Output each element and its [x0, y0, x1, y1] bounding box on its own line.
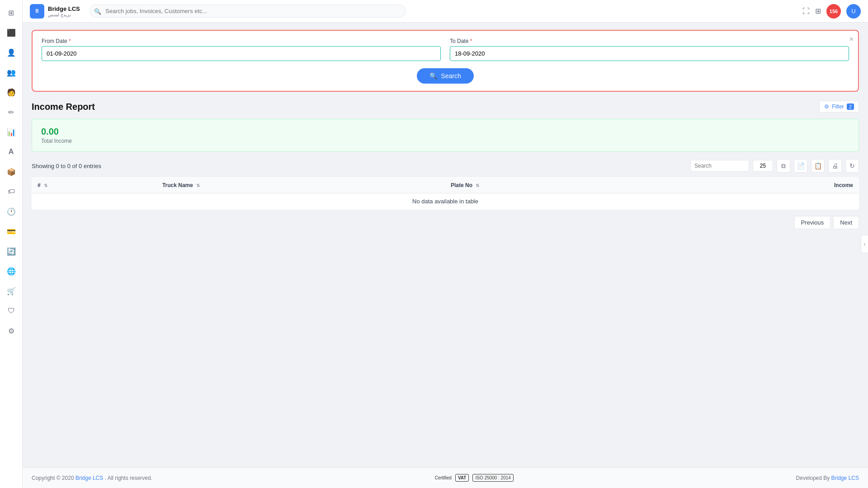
logo-text: Bridge LCS بريدج لسس [48, 5, 80, 17]
close-icon[interactable]: × [849, 35, 854, 43]
search-icon: 🔍 [94, 8, 101, 14]
sidebar-icon-type[interactable]: A [3, 144, 19, 160]
col-plate-no[interactable]: Plate No ⇅ [445, 178, 680, 193]
total-income-card: 0.00 Total Income [32, 119, 859, 152]
pagination-row: Previous Next [32, 216, 859, 229]
reload-button[interactable]: ↻ [845, 159, 859, 173]
sidebar-icon-cart[interactable]: 🛒 [3, 283, 19, 299]
content: × From Date * To Date * [23, 23, 868, 467]
filter-badge-button[interactable]: ⚙ Filter 2 [819, 101, 859, 113]
no-data-message: No data available in table [32, 193, 859, 210]
sidebar-icon-edit[interactable]: ✏ [3, 104, 19, 120]
certified-label: Certified [435, 475, 452, 480]
table-search-input[interactable] [690, 160, 749, 172]
to-date-input[interactable] [450, 46, 849, 61]
from-date-input[interactable] [42, 46, 441, 61]
sidebar-icon-globe[interactable]: 🌐 [3, 263, 19, 279]
col-hash[interactable]: # ⇅ [32, 178, 157, 193]
sidebar-icon-clock[interactable]: 🕐 [3, 203, 19, 220]
sidebar-icon-dashboard[interactable]: ⬛ [3, 24, 19, 41]
global-search-input[interactable] [90, 5, 406, 18]
excel-button[interactable]: 📋 [811, 159, 825, 173]
sidebar-icon-refresh[interactable]: 🔄 [3, 243, 19, 259]
sidebar-icon-user[interactable]: 👤 [3, 44, 19, 61]
logo-area: B Bridge LCS بريدج لسس [30, 4, 84, 19]
sidebar-icon-home[interactable]: ⊞ [3, 5, 19, 21]
topbar: B Bridge LCS بريدج لسس 🔍 ⛶ ⊞ 156 U [23, 0, 868, 23]
search-button-row: 🔍 Search [42, 68, 849, 84]
collapse-handle[interactable]: ‹ [861, 235, 868, 253]
previous-button[interactable]: Previous [794, 216, 831, 229]
sidebar: ⊞ ⬛ 👤 👥 🧑 ✏ 📊 A 📦 🏷 🕐 💳 🔄 🌐 🛒 🛡 ⚙ [0, 0, 23, 488]
from-date-required: * [69, 38, 71, 44]
table-controls: Showing 0 to 0 of 0 entries ⧉ 📄 📋 🖨 ↻ [32, 159, 859, 173]
filter-icon: ⚙ [824, 103, 829, 110]
to-date-field: To Date * [450, 38, 849, 61]
to-date-required: * [470, 38, 472, 44]
sidebar-icon-person-add[interactable]: 🧑 [3, 84, 19, 100]
total-income-label: Total Income [41, 138, 849, 144]
search-button[interactable]: 🔍 Search [417, 68, 473, 84]
next-button[interactable]: Next [833, 216, 859, 229]
notification-count: 156 [830, 9, 838, 14]
footer-left: Copyright © 2020 Bridge LCS . All rights… [32, 475, 152, 481]
sidebar-icon-settings[interactable]: ⚙ [3, 323, 19, 339]
sidebar-icon-box[interactable]: 📦 [3, 164, 19, 180]
search-icon-btn: 🔍 [429, 72, 437, 80]
entries-info: Showing 0 to 0 of 0 entries [32, 163, 101, 169]
notification-button[interactable]: 156 [826, 4, 841, 19]
filter-panel: × From Date * To Date * [32, 30, 859, 92]
data-table: # ⇅ Truck Name ⇅ Plate No ⇅ Income No da… [32, 177, 859, 210]
page-size-input[interactable] [753, 160, 773, 172]
filter-count: 2 [847, 103, 854, 110]
filter-row: From Date * To Date * [42, 38, 849, 61]
table-row: No data available in table [32, 193, 859, 210]
sidebar-icon-tag[interactable]: 🏷 [3, 183, 19, 200]
sidebar-icon-shield[interactable]: 🛡 [3, 303, 19, 319]
from-date-field: From Date * [42, 38, 441, 61]
footer: Copyright © 2020 Bridge LCS . All rights… [23, 467, 868, 488]
section-header: Income Report ⚙ Filter 2 [32, 101, 859, 113]
sidebar-icon-users[interactable]: 👥 [3, 64, 19, 80]
topbar-right: ⛶ ⊞ 156 U [802, 4, 861, 19]
footer-right: Developed By Bridge LCS [796, 475, 859, 481]
vat-badge: VAT [455, 474, 469, 482]
col-truck-name[interactable]: Truck Name ⇅ [157, 178, 445, 193]
sidebar-icon-chart[interactable]: 📊 [3, 124, 19, 140]
total-income-value: 0.00 [41, 127, 849, 137]
fullscreen-icon[interactable]: ⛶ [802, 7, 810, 15]
page-title: Income Report [32, 102, 95, 112]
footer-center: Certified VAT ISO 25000 : 2014 [435, 474, 514, 482]
table-right-controls: ⧉ 📄 📋 🖨 ↻ [690, 159, 859, 173]
print-button[interactable]: 🖨 [828, 159, 842, 173]
global-search[interactable]: 🔍 [90, 5, 406, 18]
from-date-label: From Date * [42, 38, 441, 44]
iso-badge: ISO 25000 : 2014 [472, 474, 513, 482]
col-income: Income [680, 178, 859, 193]
app-name: Bridge LCS [48, 5, 80, 12]
logo-image: B [30, 4, 44, 19]
to-date-label: To Date * [450, 38, 849, 44]
avatar[interactable]: U [846, 4, 861, 19]
grid-icon[interactable]: ⊞ [815, 7, 821, 15]
copy-button[interactable]: ⧉ [777, 159, 790, 173]
footer-company-link[interactable]: Bridge LCS [75, 475, 103, 481]
csv-button[interactable]: 📄 [794, 159, 807, 173]
sidebar-icon-card[interactable]: 💳 [3, 223, 19, 239]
app-subtitle: بريدج لسس [48, 12, 80, 17]
footer-developer-link[interactable]: Bridge LCS [831, 475, 859, 481]
